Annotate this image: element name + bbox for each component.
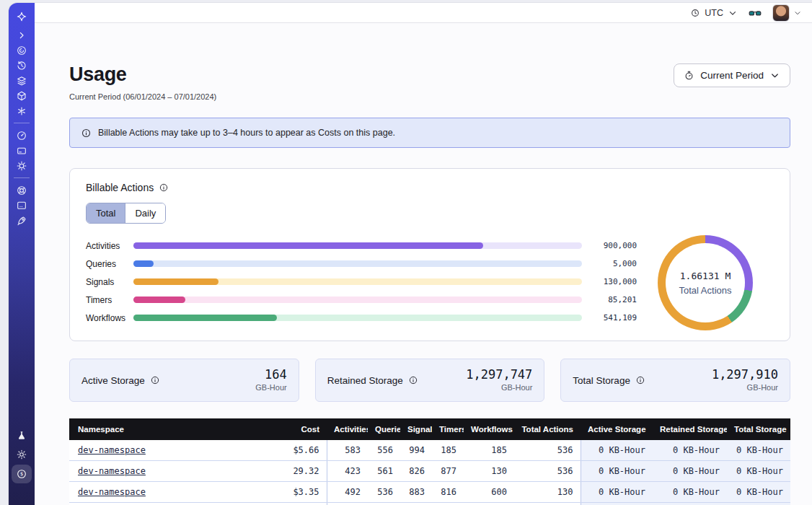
cell-cost: $3.35 bbox=[250, 482, 327, 503]
cell-retained-storage: 0 KB-Hour bbox=[653, 440, 727, 461]
cell-active-storage: 0 KB-Hour bbox=[581, 482, 653, 503]
dollar-icon[interactable]: $ bbox=[12, 465, 32, 483]
retained-storage-value: 1,297,747 bbox=[466, 368, 532, 382]
cell-timers: 816 bbox=[432, 482, 464, 503]
chevron-down-icon bbox=[769, 70, 780, 81]
bar-track bbox=[133, 315, 582, 321]
col-activities: Activities bbox=[327, 418, 368, 440]
col-cost: Cost bbox=[250, 418, 327, 440]
bar-value: 900,000 bbox=[582, 241, 637, 250]
account-menu[interactable] bbox=[772, 4, 802, 22]
bar-value: 130,000 bbox=[582, 277, 637, 286]
layers-icon[interactable] bbox=[12, 73, 32, 88]
page-content: Usage Current Period (06/01/2024 – 07/01… bbox=[35, 23, 812, 505]
schedules-clock-icon[interactable] bbox=[12, 58, 32, 73]
active-storage-value: 164 bbox=[255, 368, 286, 382]
total-storage-value: 1,297,910 bbox=[712, 368, 778, 382]
bar-track bbox=[133, 260, 582, 267]
topbar: UTC bbox=[35, 3, 812, 23]
rocket-icon[interactable] bbox=[12, 213, 32, 228]
cell-workflows: 185 bbox=[464, 440, 514, 461]
donut-total-value: 1.66131 M bbox=[680, 271, 731, 281]
namespace-usage-table: Namespace Cost Activities Queries Signal… bbox=[69, 418, 790, 505]
billable-actions-card: Billable Actions Total Daily Activities … bbox=[69, 168, 790, 341]
cell-queries: 536 bbox=[368, 482, 400, 503]
cell-signals: 994 bbox=[400, 440, 432, 461]
credit-card-icon[interactable] bbox=[12, 143, 32, 158]
cell-cost: 29.32 bbox=[250, 461, 327, 482]
bar-label: Queries bbox=[86, 259, 133, 269]
total-daily-toggle: Total Daily bbox=[86, 203, 166, 224]
bar-label: Signals bbox=[86, 277, 133, 287]
info-banner: Billable Actions may take up to 3–4 hour… bbox=[69, 118, 790, 148]
total-storage-label: Total Storage bbox=[573, 375, 630, 386]
bar-value: 85,201 bbox=[582, 295, 637, 304]
bar-label: Timers bbox=[86, 295, 133, 305]
bar-row-activities: Activities 900,000 bbox=[86, 237, 637, 255]
cell-signals: 826 bbox=[400, 461, 432, 482]
sidebar-divider bbox=[14, 123, 30, 123]
cell-total-storage: 0 KB-Hour bbox=[727, 482, 790, 503]
stopwatch-icon bbox=[684, 70, 694, 81]
tab-total[interactable]: Total bbox=[87, 203, 125, 223]
timezone-selector[interactable]: UTC bbox=[690, 8, 738, 18]
cell-timers: 185 bbox=[432, 440, 464, 461]
info-icon[interactable] bbox=[150, 375, 160, 385]
asterisk-icon[interactable] bbox=[12, 103, 32, 118]
donut-chart: 1.66131 M Total Actions bbox=[658, 235, 753, 330]
col-namespace: Namespace bbox=[69, 418, 250, 440]
namespace-link[interactable]: dev-namespace bbox=[78, 466, 146, 476]
col-retained-storage: Retained Storage bbox=[653, 418, 727, 440]
billable-actions-title: Billable Actions bbox=[86, 182, 154, 193]
lifebuoy-icon[interactable] bbox=[12, 183, 32, 198]
namespaces-spiral-icon[interactable] bbox=[12, 43, 32, 58]
gauge-icon[interactable] bbox=[12, 128, 32, 143]
cube-icon[interactable] bbox=[12, 88, 32, 103]
cell-active-storage: 0 KB-Hour bbox=[581, 440, 653, 461]
bar-fill bbox=[133, 297, 185, 303]
flask-icon[interactable] bbox=[12, 428, 32, 443]
gear-icon[interactable] bbox=[12, 158, 32, 173]
table-row: dev-namespace 29.32 423 561 826 877 130 … bbox=[69, 461, 790, 482]
bar-row-queries: Queries 5,000 bbox=[86, 255, 637, 273]
bar-track bbox=[133, 278, 582, 285]
active-storage-unit: GB-Hour bbox=[255, 383, 286, 392]
period-selector-button[interactable]: Current Period bbox=[674, 63, 790, 87]
main-area: UTC Usage Current Period (06/01/2024 – 0… bbox=[35, 3, 812, 505]
active-storage-card: Active Storage 164 GB-Hour bbox=[69, 359, 299, 402]
glasses-icon[interactable] bbox=[748, 7, 762, 19]
info-icon[interactable] bbox=[635, 375, 645, 385]
info-icon[interactable] bbox=[159, 183, 169, 193]
bar-fill bbox=[133, 315, 277, 321]
info-icon[interactable] bbox=[408, 375, 418, 385]
bar-fill bbox=[133, 242, 483, 249]
tab-daily[interactable]: Daily bbox=[125, 203, 165, 223]
avatar[interactable] bbox=[772, 4, 790, 22]
namespace-link[interactable]: dev-namespace bbox=[78, 487, 146, 497]
col-signals: Signals bbox=[400, 418, 432, 440]
expand-chevron-icon[interactable] bbox=[12, 27, 32, 43]
sun-icon[interactable] bbox=[12, 447, 32, 462]
info-banner-text: Billable Actions may take up to 3–4 hour… bbox=[98, 128, 395, 138]
page-title: Usage bbox=[69, 63, 216, 86]
table-row: dev-namespace $5.66 583 556 994 185 185 … bbox=[69, 440, 790, 461]
active-storage-label: Active Storage bbox=[81, 375, 145, 386]
cell-total-storage: 0 KB-Hour bbox=[727, 461, 790, 482]
col-active-storage: Active Storage bbox=[581, 418, 653, 440]
namespace-link[interactable]: dev-namespace bbox=[78, 445, 146, 455]
bar-row-workflows: Workflows 541,109 bbox=[86, 309, 637, 327]
temporal-logo-icon[interactable] bbox=[12, 9, 32, 24]
chevron-down-icon bbox=[793, 9, 802, 17]
bar-label: Activities bbox=[86, 241, 133, 251]
cell-activities: 583 bbox=[327, 440, 368, 461]
sidebar-divider bbox=[14, 177, 30, 178]
bar-track bbox=[133, 297, 582, 303]
cell-active-storage: 0 KB-Hour bbox=[581, 461, 653, 482]
terminal-icon[interactable] bbox=[12, 198, 32, 213]
bar-label: Workflows bbox=[86, 313, 133, 323]
cell-queries: 556 bbox=[368, 440, 400, 461]
period-selector-label: Current Period bbox=[700, 70, 764, 81]
timezone-label: UTC bbox=[705, 8, 723, 18]
sidebar: $ bbox=[9, 3, 35, 505]
col-workflows: Workflows bbox=[464, 418, 514, 440]
